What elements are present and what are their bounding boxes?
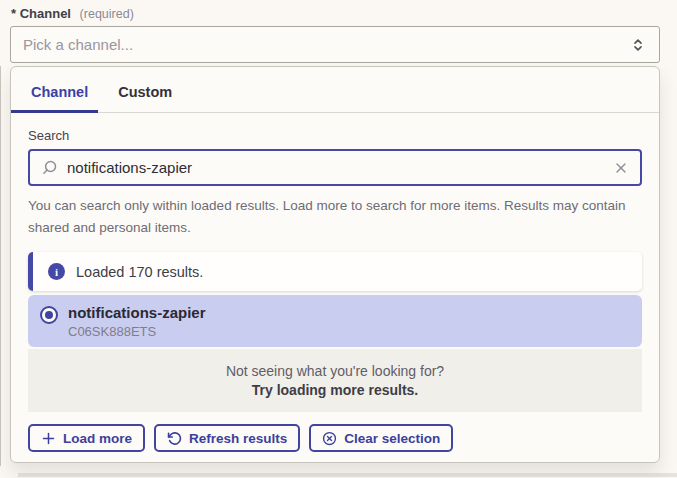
search-box: [28, 149, 642, 186]
required-marker: *: [11, 6, 16, 21]
background-edge-line: [0, 66, 1, 466]
channel-dropdown-panel: Channel Custom Search You can search onl…: [10, 66, 660, 463]
next-element-edge: [18, 473, 677, 477]
channel-select-placeholder: Pick a channel...: [23, 36, 629, 53]
tab-custom[interactable]: Custom: [98, 67, 182, 112]
refresh-results-label: Refresh results: [189, 431, 287, 446]
empty-hint-line2: Try loading more results.: [28, 382, 642, 398]
empty-hint-line1: Not seeing what you're looking for?: [28, 363, 642, 379]
radio-selected-icon[interactable]: [40, 306, 58, 324]
x-circle-icon: [322, 431, 337, 446]
channel-select[interactable]: Pick a channel...: [10, 26, 660, 63]
refresh-results-button[interactable]: Refresh results: [154, 424, 300, 452]
channel-option-selected[interactable]: notifications-zapier C06SK888ETS: [28, 295, 642, 347]
actions-row: Load more Refresh results: [28, 424, 642, 452]
search-label: Search: [28, 128, 642, 143]
info-icon: i: [48, 263, 65, 280]
chevron-up-down-icon: [629, 36, 647, 54]
clear-selection-button[interactable]: Clear selection: [309, 424, 453, 452]
info-banner: i Loaded 170 results.: [28, 252, 642, 291]
refresh-icon: [167, 431, 182, 446]
search-icon: [41, 159, 58, 176]
clear-selection-label: Clear selection: [344, 431, 440, 446]
dropdown-content: Search You can search only within loaded…: [11, 128, 659, 452]
tab-channel[interactable]: Channel: [11, 67, 98, 112]
option-subtitle: C06SK888ETS: [68, 324, 206, 339]
option-title: notifications-zapier: [68, 303, 206, 322]
search-help-text: You can search only within loaded result…: [28, 195, 642, 239]
info-banner-text: Loaded 170 results.: [76, 264, 203, 280]
field-label-text: Channel: [20, 6, 71, 21]
search-input[interactable]: [67, 159, 604, 176]
tab-bar: Channel Custom: [11, 67, 659, 113]
empty-hint: Not seeing what you're looking for? Try …: [28, 349, 642, 412]
required-note: (required): [80, 7, 134, 21]
clear-search-icon[interactable]: [613, 160, 629, 176]
plus-icon: [41, 431, 56, 446]
load-more-label: Load more: [63, 431, 132, 446]
load-more-button[interactable]: Load more: [28, 424, 145, 452]
option-text: notifications-zapier C06SK888ETS: [68, 303, 206, 339]
field-label: * Channel (required): [11, 6, 134, 21]
